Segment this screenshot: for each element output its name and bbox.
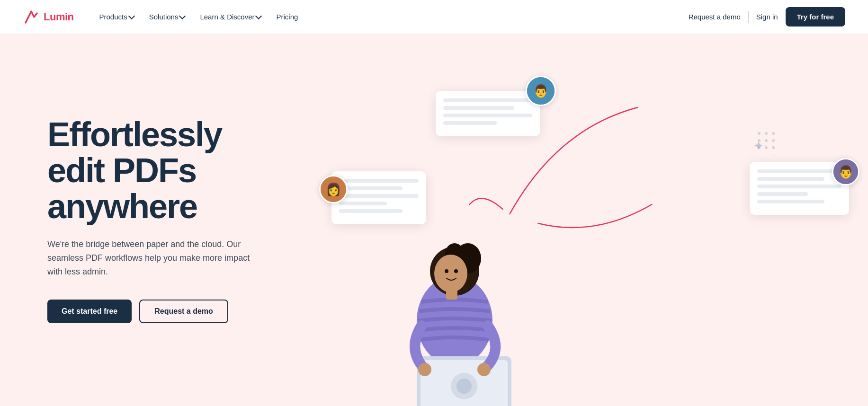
- logo-text[interactable]: Lumin: [44, 11, 74, 23]
- nav-divider: [748, 11, 749, 23]
- doc-line: [757, 185, 841, 188]
- hero-buttons: Get started free Request a demo: [47, 300, 256, 323]
- doc-line: [443, 114, 532, 117]
- get-started-button[interactable]: Get started free: [47, 300, 132, 323]
- svg-point-19: [765, 139, 768, 142]
- doc-line: [443, 121, 497, 125]
- hero-subtitle: We're the bridge between paper and the c…: [47, 238, 256, 278]
- svg-rect-7: [446, 290, 457, 300]
- svg-point-23: [772, 146, 775, 149]
- avatar-face: 👩: [321, 177, 346, 202]
- doc-card-top: [436, 91, 540, 136]
- nav-solutions[interactable]: Solutions: [143, 9, 192, 25]
- avatar-top: 👨: [526, 76, 556, 106]
- person-illustration: [379, 188, 530, 406]
- nav-learn-discover[interactable]: Learn & Discover: [193, 9, 268, 25]
- svg-point-12: [456, 379, 472, 394]
- svg-point-4: [434, 255, 467, 292]
- avatar-face: 👨: [833, 159, 858, 184]
- svg-point-14: [477, 363, 491, 376]
- nav-links: Products Solutions Learn & Discover Pric…: [93, 9, 305, 25]
- doc-line: [443, 98, 532, 102]
- hero-content: Effortlessly edit PDFs anywhere We're th…: [0, 79, 294, 361]
- svg-point-21: [758, 146, 761, 149]
- hero-illustration: 👨 👩 👨 ✦ ·: [294, 34, 868, 406]
- dot-grid-decoration: [754, 129, 783, 157]
- svg-point-18: [758, 139, 761, 142]
- nav-logo-group: Lumin Products Solutions Learn & Discove…: [23, 9, 304, 26]
- chevron-down-icon: [179, 13, 186, 19]
- chevron-down-icon: [128, 13, 135, 19]
- request-demo-button[interactable]: Request a demo: [139, 300, 228, 323]
- svg-point-22: [765, 146, 768, 149]
- svg-point-17: [772, 132, 775, 135]
- doc-line: [757, 169, 841, 173]
- nav-pricing[interactable]: Pricing: [269, 9, 304, 25]
- nav-actions: Request a demo Sign in Try for free: [689, 7, 845, 26]
- svg-point-15: [758, 132, 761, 135]
- chevron-down-icon: [255, 13, 262, 19]
- svg-point-13: [418, 363, 431, 376]
- doc-line: [443, 106, 514, 110]
- doc-line: [757, 177, 824, 181]
- avatar-face: 👨: [527, 77, 555, 105]
- hero-section: Effortlessly edit PDFs anywhere We're th…: [0, 34, 868, 406]
- svg-point-20: [772, 139, 775, 142]
- navbar: Lumin Products Solutions Learn & Discove…: [0, 0, 868, 34]
- svg-point-5: [445, 269, 448, 273]
- avatar-left: 👩: [319, 175, 348, 203]
- nav-products[interactable]: Products: [93, 9, 141, 25]
- doc-line: [339, 179, 419, 183]
- doc-line: [757, 200, 824, 203]
- svg-point-6: [454, 269, 458, 273]
- logo-icon[interactable]: [23, 9, 40, 26]
- request-demo-link[interactable]: Request a demo: [689, 13, 741, 21]
- avatar-right: 👨: [832, 158, 859, 185]
- doc-line: [757, 192, 808, 196]
- hero-title: Effortlessly edit PDFs anywhere: [47, 117, 256, 224]
- try-for-free-button[interactable]: Try for free: [786, 7, 845, 26]
- sign-in-button[interactable]: Sign in: [756, 13, 778, 21]
- svg-point-16: [765, 132, 768, 135]
